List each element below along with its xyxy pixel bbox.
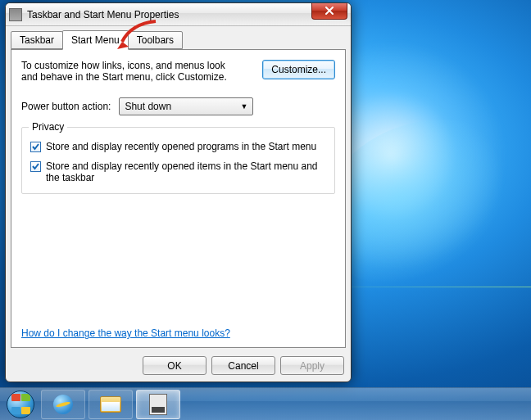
- checkbox-recent-items-label: Store and display recently opened items …: [46, 160, 326, 183]
- tab-page: To customize how links, icons, and menus…: [11, 49, 346, 348]
- checkmark-icon: [31, 162, 40, 171]
- tab-strip: Taskbar Start Menu Toolbars: [11, 31, 346, 49]
- customize-description: To customize how links, icons, and menus…: [21, 60, 234, 83]
- taskbar-item-ie[interactable]: [41, 390, 85, 419]
- taskbar-item-explorer[interactable]: [88, 390, 133, 419]
- tab-start-menu[interactable]: Start Menu: [62, 30, 129, 50]
- ok-button[interactable]: OK: [143, 356, 206, 375]
- help-link[interactable]: How do I change the way the Start menu l…: [21, 327, 230, 339]
- folder-icon: [100, 396, 121, 413]
- customize-button[interactable]: Customize...: [262, 60, 335, 79]
- apply-button: Apply: [280, 356, 344, 375]
- windows-logo-icon: [7, 391, 34, 418]
- dialog-button-bar: OK Cancel Apply: [11, 355, 346, 377]
- chevron-down-icon: ▼: [240, 102, 247, 111]
- window-title: Taskbar and Start Menu Properties: [27, 9, 179, 20]
- close-button[interactable]: [311, 3, 347, 20]
- checkbox-recent-programs-label: Store and display recently opened progra…: [46, 141, 316, 152]
- system-icon: [9, 8, 22, 21]
- power-action-dropdown[interactable]: Shut down ▼: [119, 97, 253, 115]
- taskbar: [0, 387, 531, 420]
- power-action-value: Shut down: [125, 101, 171, 112]
- close-icon: [324, 7, 334, 16]
- taskbar-item-properties[interactable]: [136, 390, 180, 419]
- cancel-button[interactable]: Cancel: [211, 356, 275, 375]
- checkbox-recent-items[interactable]: [30, 161, 41, 172]
- properties-dialog: Taskbar and Start Menu Properties Taskba…: [5, 2, 352, 382]
- privacy-group: Privacy Store and display recently opene…: [21, 127, 335, 194]
- privacy-legend: Privacy: [29, 121, 67, 133]
- properties-icon: [149, 394, 167, 415]
- checkmark-icon: [31, 142, 40, 151]
- power-label: Power button action:: [21, 101, 111, 112]
- internet-explorer-icon: [53, 395, 73, 414]
- tab-toolbars[interactable]: Toolbars: [128, 31, 183, 49]
- titlebar[interactable]: Taskbar and Start Menu Properties: [6, 3, 351, 26]
- checkbox-recent-programs[interactable]: [30, 142, 41, 152]
- start-button[interactable]: [3, 389, 38, 420]
- tab-taskbar[interactable]: Taskbar: [11, 31, 63, 49]
